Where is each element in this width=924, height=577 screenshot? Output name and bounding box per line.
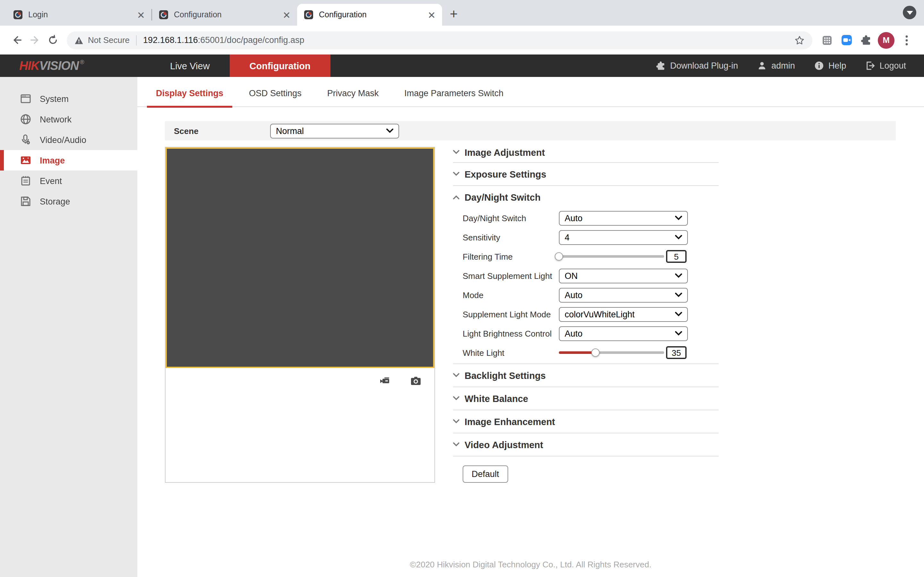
section-white-balance[interactable]: White Balance	[453, 387, 719, 410]
bookmark-star-icon[interactable]	[795, 35, 804, 45]
scene-row: Scene Normal	[165, 121, 896, 140]
slider-thumb[interactable]	[555, 252, 563, 261]
video-preview-area	[166, 147, 435, 368]
logout-icon	[865, 61, 875, 71]
download-plugin-link[interactable]: Download Plug-in	[656, 61, 738, 71]
forward-icon[interactable]	[26, 35, 44, 45]
chevron-up-icon	[453, 195, 459, 200]
chevron-down-icon	[675, 215, 682, 221]
settings-panel: Image Adjustment Exposure Settings Day/N…	[453, 143, 719, 483]
sidebar-item-network[interactable]: Network	[0, 109, 137, 129]
filtering-time-slider[interactable]	[559, 252, 664, 261]
scene-select[interactable]: Normal	[270, 123, 399, 138]
divider	[453, 456, 719, 456]
sidebar-item-system[interactable]: System	[0, 89, 137, 109]
chevron-down-icon	[675, 273, 682, 278]
filtering-time-input[interactable]: 5	[666, 250, 687, 263]
section-image-adjustment[interactable]: Image Adjustment	[453, 143, 719, 162]
zoom-extension-icon[interactable]	[837, 35, 856, 45]
camera-favicon-icon	[158, 10, 169, 20]
user-menu[interactable]: admin	[757, 61, 795, 71]
tab-privacy-mask[interactable]: Privacy Mask	[318, 89, 388, 106]
browser-tab-configuration-2[interactable]: Configuration ✕	[297, 4, 442, 26]
browser-menu-kebab-icon[interactable]	[897, 35, 916, 45]
form-row: Filtering Time 5	[453, 247, 719, 266]
tab-title: Configuration	[319, 10, 423, 19]
nav-configuration[interactable]: Configuration	[230, 55, 330, 77]
profile-avatar[interactable]: M	[878, 32, 895, 48]
smart-supplement-light-select[interactable]: ON	[559, 268, 688, 283]
close-icon[interactable]: ✕	[428, 10, 436, 19]
app-header: HIKVISION® Live View Configuration Downl…	[0, 55, 924, 77]
slider-thumb[interactable]	[591, 348, 600, 357]
tab-display-settings[interactable]: Display Settings	[147, 89, 232, 106]
section-video-adjustment[interactable]: Video Adjustment	[453, 434, 719, 456]
scene-label: Scene	[174, 126, 270, 135]
sidebar: System Network Video/Audio Image	[0, 77, 137, 577]
extensions-puzzle-icon[interactable]	[856, 35, 875, 45]
new-tab-button[interactable]: +	[450, 7, 458, 21]
sidebar-item-label: Image	[40, 155, 65, 165]
sidebar-item-image[interactable]: Image	[0, 150, 137, 171]
address-bar[interactable]: Not Secure 192.168.1.116:65001/doc/page/…	[67, 31, 813, 49]
plugin-puzzle-icon	[656, 61, 666, 71]
white-light-slider[interactable]	[559, 348, 664, 357]
record-video-icon[interactable]	[379, 375, 391, 386]
sidebar-item-label: Video/Audio	[40, 135, 86, 145]
sensitivity-select[interactable]: 4	[559, 230, 688, 245]
sidebar-item-label: Event	[40, 176, 62, 185]
section-exposure-settings[interactable]: Exposure Settings	[453, 163, 719, 185]
form-row: Smart Supplement Light ON	[453, 266, 719, 285]
tab-image-parameters-switch[interactable]: Image Parameters Switch	[395, 89, 512, 106]
close-icon[interactable]: ✕	[137, 10, 145, 19]
form-row: Supplement Light Mode colorVuWhiteLight	[453, 305, 719, 324]
chevron-down-icon	[675, 292, 682, 298]
day-night-switch-select[interactable]: Auto	[559, 211, 688, 226]
section-image-enhancement[interactable]: Image Enhancement	[453, 410, 719, 433]
video-preview-panel	[165, 147, 435, 483]
browser-tab-login[interactable]: Login ✕	[6, 4, 152, 26]
chevron-down-icon	[386, 128, 393, 133]
hikvision-logo: HIKVISION®	[19, 55, 134, 77]
microphone-icon	[20, 134, 31, 145]
snapshot-camera-icon[interactable]	[410, 375, 422, 386]
sidebar-item-storage[interactable]: Storage	[0, 191, 137, 211]
reload-icon[interactable]	[44, 35, 61, 45]
slider-track	[559, 351, 664, 354]
back-icon[interactable]	[8, 35, 26, 45]
logout-link[interactable]: Logout	[865, 61, 906, 71]
section-backlight-settings[interactable]: Backlight Settings	[453, 364, 719, 387]
grid-extension-icon[interactable]	[817, 35, 837, 45]
white-light-input[interactable]: 35	[666, 346, 687, 359]
tab-osd-settings[interactable]: OSD Settings	[240, 89, 310, 106]
tab-search-chevron-icon[interactable]	[903, 6, 916, 19]
sidebar-item-label: Network	[40, 114, 71, 124]
app-utilities: Download Plug-in admin Help Logout	[656, 55, 906, 77]
browser-tab-configuration-1[interactable]: Configuration ✕	[152, 4, 297, 26]
system-window-icon	[20, 93, 31, 105]
slider-fill	[559, 351, 596, 354]
sidebar-item-video-audio[interactable]: Video/Audio	[0, 129, 137, 150]
sidebar-item-event[interactable]: Event	[0, 171, 137, 191]
form-row: Sensitivity 4	[453, 227, 719, 247]
form-row: Day/Night Switch Auto	[453, 208, 719, 227]
chevron-down-icon	[675, 331, 682, 336]
app-nav: Live View Configuration	[150, 55, 330, 77]
default-button[interactable]: Default	[463, 466, 508, 483]
mode-select[interactable]: Auto	[559, 287, 688, 302]
help-link[interactable]: Help	[814, 61, 846, 71]
not-secure-warning-icon[interactable]	[74, 35, 83, 45]
main-content: Display Settings OSD Settings Privacy Ma…	[137, 77, 924, 577]
chevron-down-icon	[453, 171, 459, 177]
chevron-down-icon	[453, 396, 459, 401]
section-day-night-switch[interactable]: Day/Night Switch	[453, 186, 719, 208]
close-icon[interactable]: ✕	[283, 10, 291, 19]
camera-favicon-icon	[304, 10, 314, 20]
supplement-light-mode-select[interactable]: colorVuWhiteLight	[559, 307, 688, 322]
light-brightness-control-select[interactable]: Auto	[559, 326, 688, 341]
sidebar-item-label: System	[40, 94, 69, 103]
camera-favicon-icon	[13, 10, 23, 20]
chevron-down-icon	[453, 442, 459, 447]
nav-live-view[interactable]: Live View	[150, 55, 230, 77]
image-picture-icon	[20, 155, 31, 166]
